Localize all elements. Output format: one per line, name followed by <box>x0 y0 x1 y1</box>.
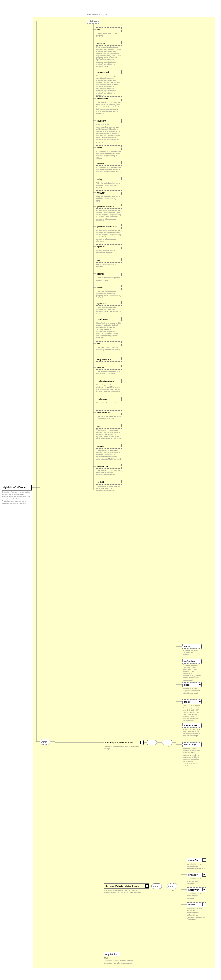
root-element-desc: Extension Property; the semantics are de… <box>2 491 31 504</box>
element-desc: Represents the position of a concept in … <box>182 747 202 767</box>
attribute-modified[interactable]: modifiedThe date (and, optionally, the t… <box>96 96 122 114</box>
attribute-pubconstraint[interactable]: pubconstraintOne or many constraints tha… <box>96 204 122 222</box>
sequence-compositor-g2-inner <box>167 883 177 889</box>
attribute-desc: If set to true the corresponding propert… <box>96 123 122 143</box>
attribute-value[interactable]: valueThe related value (see more in the … <box>96 365 122 375</box>
collapse-toggle[interactable]: − <box>145 885 149 888</box>
root-element[interactable]: rightsInfoExtProperty − <box>2 485 32 490</box>
concept-relationships-group-desc: A group of properites required to indica… <box>104 889 145 894</box>
attribute-name: valueunituri <box>96 410 122 415</box>
expand-icon[interactable]: + <box>198 700 202 703</box>
element-note[interactable]: note+Additional natural language informa… <box>182 682 202 694</box>
attribute-name: pubconstraint <box>96 204 122 209</box>
attribute-whyuri[interactable]: whyuriWhy the metadata has been included… <box>96 191 122 202</box>
attribute-xml-lang[interactable]: xml:langSpecifies the language of this p… <box>96 317 122 339</box>
attribute-why[interactable]: whyWhy the metadata has been included - … <box>96 177 122 189</box>
element-name[interactable]: name+A natural language name for the con… <box>182 644 202 656</box>
attribute-reluri[interactable]: reluriThe identifier of a concept defini… <box>96 444 122 460</box>
attribute-uri[interactable]: uriA URI which identifies a concept. <box>96 258 122 267</box>
attribute-desc: The identifier of a concept defining the… <box>96 449 122 460</box>
expand-icon[interactable]: + <box>198 743 202 746</box>
attribute-desc: One or many constraints that apply to pu… <box>96 209 122 222</box>
element-facet[interactable]: facet+In NAR 1.8 and later: facet is dep… <box>182 700 202 722</box>
element-broader[interactable]: broader+An identifier of a more generic … <box>187 873 206 885</box>
attribute-name: typeuri <box>96 301 122 305</box>
attribute-name: rel <box>96 424 122 428</box>
expand-icon[interactable]: + <box>202 903 206 906</box>
element-sameas[interactable]: sameAs+An identifier of a concept with e… <box>187 858 206 869</box>
expand-icon[interactable]: + <box>198 683 202 686</box>
attribute-desc: A URI which identifies a concept. <box>96 262 122 267</box>
element-desc: A natural language name for the concept. <box>182 649 202 656</box>
attribute-desc: The unit of the value attribute - expres… <box>96 415 122 420</box>
attribute-name: why <box>96 177 122 181</box>
attribute-validto[interactable]: validtoThe date (and, optionally, the ti… <box>96 480 122 492</box>
attribute-pubconstrainturi[interactable]: pubconstrainturiOne or many constraints … <box>96 224 122 242</box>
attribute-desc: The identifier of a concept defining the… <box>96 428 122 440</box>
attribute-valueunit[interactable]: valueunitThe unit of the value attribute… <box>96 397 122 404</box>
attribute-desc: The date (and, optionally, the time) whe… <box>96 101 122 114</box>
attribute-literal[interactable]: literalA free-text value assigned as pro… <box>96 272 122 281</box>
attribute-dir[interactable]: dirThe directionality of textual content… <box>96 341 122 351</box>
concept-definition-group[interactable]: ConceptDefinitionGroup − <box>104 740 144 745</box>
attribute-name: howuri <box>96 161 122 165</box>
element-narrower[interactable]: narrower+An identifier of a more specifi… <box>187 888 206 899</box>
expand-icon[interactable]: + <box>198 645 202 648</box>
element-name: hierarchyInfo+ <box>182 742 202 747</box>
attribute-desc: Indicates by which means the value was e… <box>96 150 122 159</box>
attribute-id[interactable]: idThe local identifier of the property. <box>96 27 122 37</box>
attribute-custom[interactable]: customIf set to true the corresponding p… <box>96 119 122 143</box>
attribute-name: validto <box>96 480 122 485</box>
expand-icon[interactable]: + <box>198 660 202 663</box>
collapse-toggle[interactable]: − <box>140 741 144 744</box>
attribute-name: whyuri <box>96 191 122 195</box>
expand-icon[interactable]: + <box>202 888 206 891</box>
element-desc: Additional natural language information … <box>182 687 202 694</box>
attribute-desc: If the attribute is empty, specifies whi… <box>96 74 122 96</box>
attribute-valuedatatype[interactable]: valuedatatypeThe datatype of the value a… <box>96 379 122 393</box>
element-remoteinfo[interactable]: remoteInfo+A link to an item or a web re… <box>182 723 202 737</box>
attribute-name: creator <box>96 41 122 46</box>
attribute-type[interactable]: typeThe type of the concept assigned as … <box>96 285 122 299</box>
attribute-rel[interactable]: relThe identifier of a concept defining … <box>96 424 122 440</box>
element-related[interactable]: related+A related concept, where the rel… <box>187 902 206 920</box>
expand-icon[interactable]: + <box>198 724 202 727</box>
element-name: facet+ <box>182 700 202 704</box>
collapse-toggle[interactable]: − <box>28 486 32 489</box>
any-other-element[interactable]: any ##other <box>104 952 120 956</box>
attribute-qcode[interactable]: qcodeA qualified code which identifies a… <box>96 244 122 254</box>
attribute-validfrom[interactable]: validfromThe date (and, optionally, the … <box>96 464 122 476</box>
attribute-creator[interactable]: creatorIf the property value is not defi… <box>96 41 122 67</box>
cardinality-g2: 0..∞ <box>170 889 174 891</box>
attribute-desc: The date (and, optionally, the time) aft… <box>96 485 122 492</box>
attribute-name: pubconstrainturi <box>96 224 122 229</box>
element-definition[interactable]: definition+A natural language definition… <box>182 659 202 681</box>
attribute-desc: The related value (see more in the spec … <box>96 370 122 375</box>
concept-relationships-group[interactable]: ConceptRelationshipsGroup − <box>104 883 149 889</box>
attribute-desc: Specifies the language of this property … <box>96 321 122 339</box>
attributes-group[interactable]: attributes <box>87 19 101 24</box>
element-name: broader+ <box>187 873 206 877</box>
attribute-name: literal <box>96 272 122 276</box>
expand-icon[interactable]: + <box>202 858 206 862</box>
attribute-any-other[interactable]: any ##other <box>96 357 122 362</box>
sequence-compositor-g1 <box>147 740 157 745</box>
attribute-name: xml:lang <box>96 317 122 321</box>
element-name: name+ <box>182 644 202 649</box>
attribute-valueunituri[interactable]: valueunituriThe unit of the value attrib… <box>96 410 122 420</box>
attribute-typeuri[interactable]: typeuriThe type of the concept assigned … <box>96 301 122 315</box>
element-hierarchyinfo[interactable]: hierarchyInfo+Represents the position of… <box>182 742 202 767</box>
attribute-name: modified <box>96 96 122 101</box>
element-name: note+ <box>182 682 202 687</box>
expand-icon[interactable]: + <box>202 873 206 877</box>
element-name: remoteInfo+ <box>182 723 202 728</box>
attribute-desc: The directionality of textual content (e… <box>96 346 122 351</box>
attribute-name: how <box>96 145 122 150</box>
element-desc: An identifier of a more specific concept… <box>187 892 206 899</box>
attribute-name: qcode <box>96 244 122 249</box>
attribute-how[interactable]: howIndicates by which means the value wa… <box>96 145 122 159</box>
attribute-name: any ##other <box>96 357 122 362</box>
attribute-creatoruri[interactable]: creatoruriIf the attribute is empty, spe… <box>96 70 122 96</box>
attribute-name: type <box>96 285 122 290</box>
attribute-howuri[interactable]: howuriIndicates by which means the value… <box>96 161 122 173</box>
